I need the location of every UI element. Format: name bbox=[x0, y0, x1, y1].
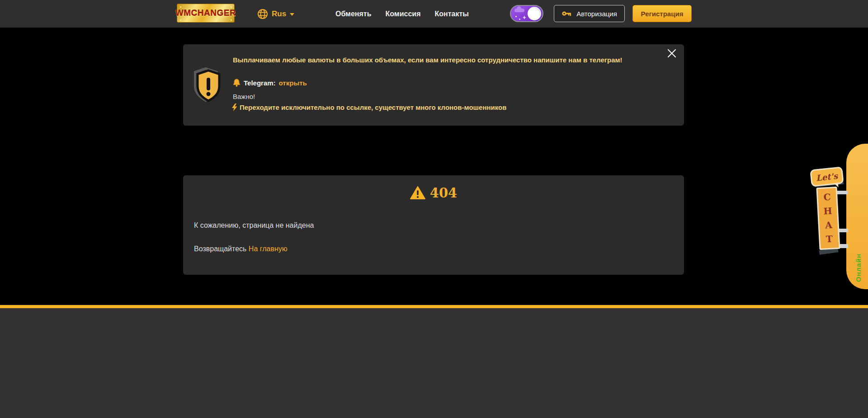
globe-icon bbox=[257, 9, 268, 19]
alert-panel: Выплачиваем любые валюты в больших объем… bbox=[183, 44, 684, 126]
logo-text: WMCHANGER bbox=[175, 8, 236, 18]
home-link[interactable]: На главную bbox=[249, 245, 288, 253]
page: WMCHANGER Rus Обменять Комиссия Контакты bbox=[0, 0, 868, 418]
chat-tab[interactable]: Онлайн bbox=[846, 144, 868, 289]
login-button-label: Авторизация bbox=[576, 10, 617, 18]
cloud-decoration bbox=[514, 9, 524, 12]
shield-warning-icon bbox=[194, 67, 222, 103]
alert-warning-line: Переходите исключительно по ссылке, суще… bbox=[232, 103, 506, 111]
theme-toggle[interactable]: + bbox=[510, 5, 543, 22]
warning-triangle-icon bbox=[410, 186, 425, 200]
close-icon[interactable] bbox=[667, 48, 677, 58]
alert-title: Выплачиваем любые валюты в больших объем… bbox=[233, 56, 640, 64]
register-button[interactable]: Регистрация bbox=[632, 5, 692, 22]
logo-screws-decoration bbox=[180, 6, 181, 8]
alert-important: Важно! bbox=[233, 93, 255, 100]
header-logo[interactable]: WMCHANGER bbox=[177, 4, 235, 23]
telegram-label: Telegram: bbox=[244, 79, 276, 87]
error-heading: 404 bbox=[183, 185, 684, 201]
language-label: Rus bbox=[272, 9, 286, 19]
chat-sign-board: C H A T bbox=[816, 187, 840, 250]
nav-commission[interactable]: Комиссия bbox=[386, 10, 421, 18]
lightning-icon bbox=[232, 103, 237, 111]
error-code: 404 bbox=[430, 185, 458, 201]
telegram-open-link[interactable]: открыть bbox=[279, 79, 307, 87]
sign-letter: T bbox=[826, 232, 833, 247]
main-nav: Обменять Комиссия Контакты bbox=[335, 0, 469, 28]
gold-separator bbox=[0, 305, 868, 308]
language-selector[interactable]: Rus bbox=[257, 0, 294, 28]
sign-letter: H bbox=[823, 204, 833, 219]
nav-contacts[interactable]: Контакты bbox=[435, 10, 469, 18]
header: WMCHANGER Rus Обменять Комиссия Контакты bbox=[0, 0, 868, 28]
alert-telegram-line: Telegram: открыть bbox=[233, 79, 307, 87]
online-status-label: Онлайн bbox=[854, 254, 862, 282]
stars-decoration bbox=[515, 16, 517, 17]
chat-widget[interactable]: Онлайн Let's C H A T bbox=[809, 140, 868, 294]
error-message: К сожалению, страница не найдена bbox=[194, 221, 314, 230]
chat-sign-bubble: Let's bbox=[810, 166, 844, 187]
error-panel: 404 К сожалению, страница не найдена Воз… bbox=[183, 175, 684, 275]
login-button[interactable]: Авторизация bbox=[554, 5, 625, 22]
nav-exchange[interactable]: Обменять bbox=[335, 10, 372, 18]
return-text: Возвращайтесь bbox=[194, 245, 246, 253]
chevron-down-icon bbox=[290, 13, 294, 16]
bell-icon bbox=[233, 79, 241, 87]
sparkle-decoration: + bbox=[523, 15, 526, 20]
footer: WMCHANGER WMChanger ОНЛАЙН ОБМЕННИК | WM… bbox=[0, 308, 868, 418]
sign-letter: A bbox=[825, 218, 832, 233]
moon-icon bbox=[528, 7, 541, 20]
sign-letter: C bbox=[823, 190, 831, 205]
alert-warning-text: Переходите исключительно по ссылке, суще… bbox=[240, 103, 506, 111]
key-icon bbox=[561, 10, 571, 17]
error-return-line: Возвращайтесь На главную bbox=[194, 245, 288, 253]
